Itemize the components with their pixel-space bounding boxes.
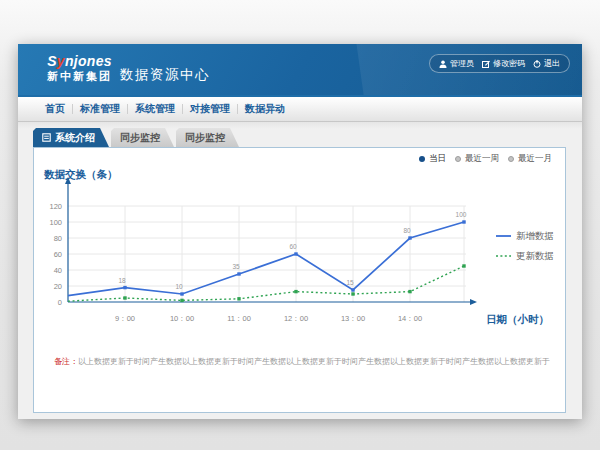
data-point — [180, 292, 183, 295]
nav-item-4[interactable]: 对接管理 — [183, 102, 237, 116]
data-point — [351, 288, 354, 291]
content-area: 系统介绍同步监控同步监控 当日最近一周最近一月 0204060801001209… — [18, 122, 582, 419]
page-title: 数据资源中心 — [120, 66, 210, 84]
x-axis-arrow — [470, 299, 477, 305]
data-point — [294, 252, 297, 255]
data-point-label: 100 — [456, 211, 467, 218]
series-line-2 — [68, 266, 464, 301]
user-menu[interactable]: 管理员 — [439, 58, 474, 69]
y-tick-label: 0 — [58, 298, 62, 307]
x-tick-label: 9：00 — [115, 314, 135, 323]
tab-2[interactable]: 同步监控 — [111, 128, 174, 147]
y-tick-label: 20 — [54, 282, 62, 291]
edit-icon — [482, 60, 490, 68]
tab-label: 同步监控 — [120, 128, 160, 147]
y-tick-label: 40 — [54, 266, 62, 275]
data-point-label: 80 — [403, 227, 411, 234]
footnote-text: 以上数据更新于时间产生数据以上数据更新于时间产生数据以上数据更新于时间产生数据以… — [78, 357, 550, 366]
legend-label-1: 新增数据 — [516, 230, 554, 241]
app-header: Synjones 新中新集团 数据资源中心 管理员 修改密码 — [18, 44, 582, 95]
nav-item-1[interactable]: 首页 — [38, 102, 72, 116]
brand-name-cn: 新中新集团 — [47, 71, 112, 82]
data-point-label: 35 — [232, 263, 240, 270]
y-tick-label: 100 — [49, 218, 62, 227]
nav-item-2[interactable]: 标准管理 — [73, 102, 127, 116]
data-point-label: 10 — [175, 283, 183, 290]
data-point — [351, 292, 354, 295]
data-point — [237, 297, 240, 300]
data-point — [408, 236, 411, 239]
brand-logo: Synjones 新中新集团 — [47, 54, 112, 82]
data-point — [294, 290, 297, 293]
y-axis-title: 数据交换（条） — [43, 168, 118, 181]
x-tick-label: 13：00 — [341, 314, 365, 323]
x-tick-label: 11：00 — [227, 314, 251, 323]
legend-label-2: 更新数据 — [516, 250, 554, 261]
brand-name-en: Synjones — [47, 54, 112, 68]
data-point — [237, 272, 240, 275]
data-point-label: 18 — [118, 277, 126, 284]
power-icon — [533, 60, 541, 68]
y-tick-label: 60 — [54, 250, 62, 259]
user-icon — [439, 60, 447, 68]
y-tick-label: 80 — [54, 234, 62, 243]
tab-label: 系统介绍 — [55, 128, 95, 147]
main-nav: 首页标准管理系统管理对接管理数据异动 — [18, 95, 582, 122]
data-point-label: 60 — [289, 243, 297, 250]
data-point — [180, 299, 183, 302]
y-tick-label: 120 — [49, 202, 62, 211]
logout-button[interactable]: 退出 — [533, 58, 560, 69]
footnote: 备注：以上数据更新于时间产生数据以上数据更新于时间产生数据以上数据更新于时间产生… — [54, 356, 550, 367]
data-point — [408, 290, 411, 293]
tab-label: 同步监控 — [185, 128, 225, 147]
app-window: Synjones 新中新集团 数据资源中心 管理员 修改密码 — [18, 44, 582, 419]
change-password-button[interactable]: 修改密码 — [482, 58, 525, 69]
data-point — [123, 296, 126, 299]
tab-bar: 系统介绍同步监控同步监控 — [33, 128, 241, 147]
chart-panel: 当日最近一周最近一月 0204060801001209：0010：0011：00… — [33, 147, 566, 413]
nav-item-3[interactable]: 系统管理 — [128, 102, 182, 116]
line-chart: 0204060801001209：0010：0011：0012：0013：001… — [34, 148, 565, 412]
tab-icon — [42, 133, 51, 142]
x-tick-label: 14：00 — [398, 314, 422, 323]
x-tick-label: 12：00 — [284, 314, 308, 323]
nav-item-5[interactable]: 数据异动 — [238, 102, 292, 116]
data-point-label: 15 — [346, 279, 354, 286]
footnote-label: 备注： — [54, 357, 78, 366]
data-point — [123, 286, 126, 289]
data-point — [462, 264, 465, 267]
x-tick-label: 10：00 — [170, 314, 194, 323]
tab-1[interactable]: 系统介绍 — [33, 128, 109, 147]
x-axis-title: 日期（小时） — [486, 313, 549, 326]
tab-3[interactable]: 同步监控 — [176, 128, 239, 147]
user-toolbar: 管理员 修改密码 退出 — [429, 54, 570, 73]
data-point — [462, 220, 465, 223]
